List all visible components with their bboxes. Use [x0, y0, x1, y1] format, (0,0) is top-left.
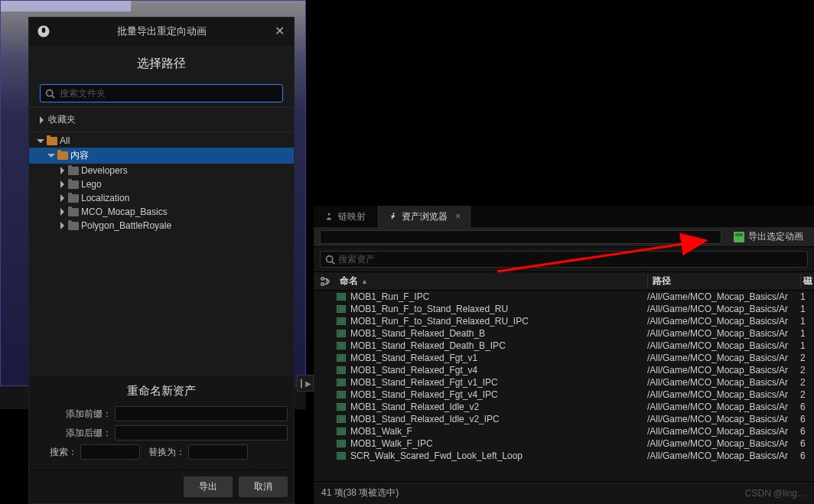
tree-item-lego[interactable]: Lego	[29, 177, 294, 191]
asset-row[interactable]: MOB1_Stand_Relaxed_Death_B_IPC/All/Game/…	[314, 340, 814, 352]
svg-line-5	[332, 261, 334, 263]
asset-ext: 6	[800, 414, 814, 424]
export-selected-button[interactable]: 导出选定动画	[729, 229, 808, 245]
asset-name: MOB1_Run_F_to_Stand_Relaxed_RU	[350, 304, 647, 314]
asset-row[interactable]: MOB1_Walk_F_IPC/All/Game/MCO_Mocap_Basic…	[314, 437, 814, 450]
chevron-right-icon[interactable]	[58, 167, 66, 174]
column-path-header[interactable]: 路径	[647, 275, 800, 288]
animation-icon	[337, 391, 346, 398]
folder-icon	[68, 208, 79, 216]
toolbar-search[interactable]	[320, 230, 721, 244]
asset-row[interactable]: MOB1_Walk_F/All/Game/MCO_Mocap_Basics/Ar…	[314, 425, 814, 437]
asset-row[interactable]: MOB1_Run_F_IPC/All/Game/MCO_Mocap_Basics…	[314, 291, 814, 303]
export-selected-label: 导出选定动画	[748, 230, 803, 243]
export-button[interactable]: 导出	[184, 476, 233, 497]
tab-close-icon[interactable]: ×	[455, 211, 461, 222]
folder-search-box[interactable]	[40, 84, 283, 102]
asset-row[interactable]: MOB1_Stand_Relaxed_Idle_v2/All/Game/MCO_…	[314, 401, 814, 413]
animation-icon	[337, 305, 346, 313]
asset-path: /All/Game/MCO_Mocap_Basics/Ar	[647, 377, 800, 388]
svg-point-4	[327, 255, 333, 262]
asset-path: /All/Game/MCO_Mocap_Basics/Ar	[647, 316, 800, 327]
asset-row[interactable]: MOB1_Stand_Relaxed_Fgt_v4_IPC/All/Game/M…	[314, 389, 814, 401]
asset-ext: 6	[800, 426, 814, 437]
prefix-label: 添加前缀：	[35, 408, 112, 421]
asset-name: MOB1_Stand_Relaxed_Fgt_v4_IPC	[350, 389, 647, 400]
rename-section: 重命名新资产 添加前缀： 添加后缀： 搜索： 替换为：	[29, 376, 294, 470]
asset-name: MOB1_Stand_Relaxed_Fgt_v4	[350, 365, 647, 376]
column-branch[interactable]	[314, 276, 337, 287]
asset-path: /All/Game/MCO_Mocap_Basics/Ar	[647, 328, 800, 339]
tab-chain-mapping[interactable]: 链映射	[314, 206, 377, 227]
right-empty-area	[314, 0, 814, 206]
animation-icon	[337, 415, 346, 423]
chevron-right-icon[interactable]	[58, 222, 66, 229]
watermark: CSDN @ling…	[745, 488, 806, 499]
asset-path: /All/Game/MCO_Mocap_Basics/Ar	[647, 389, 800, 400]
asset-ext: 6	[800, 450, 814, 461]
asset-ext: 2	[800, 365, 814, 376]
folder-icon	[68, 194, 79, 203]
svg-point-6	[321, 277, 324, 280]
expand-icon: ▎▶	[301, 379, 310, 388]
chevron-right-icon[interactable]	[58, 194, 66, 202]
asset-search-box[interactable]	[320, 251, 808, 268]
close-icon[interactable]: ✕	[272, 24, 286, 38]
chevron-right-icon[interactable]	[58, 208, 66, 216]
asset-row[interactable]: MOB1_Run_F_to_Stand_Relaxed_RU_IPC/All/G…	[314, 315, 814, 327]
dialog-titlebar[interactable]: 批量导出重定向动画 ✕	[29, 18, 294, 45]
tree-item-内容[interactable]: 内容	[29, 148, 294, 164]
favorites-row[interactable]: 收藏夹	[29, 107, 294, 132]
cancel-button[interactable]: 取消	[239, 476, 288, 497]
chevron-down-icon[interactable]	[37, 139, 44, 143]
right-panel: 链映射 资产浏览器 × 导出选定动画 命名 ▲	[314, 0, 814, 504]
search-label: 搜索：	[35, 446, 77, 459]
asset-footer: 41 项(38 项被选中) CSDN @ling…	[314, 481, 814, 504]
asset-name: MOB1_Run_F_IPC	[350, 291, 647, 302]
column-ext-header[interactable]: 磁	[800, 275, 814, 288]
chevron-right-icon[interactable]	[58, 180, 66, 188]
viewport-highlight	[1, 1, 131, 11]
asset-row[interactable]: MOB1_Stand_Relaxed_Fgt_v1_IPC/All/Game/M…	[314, 376, 814, 389]
animation-icon	[337, 330, 346, 337]
folder-icon	[57, 151, 68, 160]
search-field-input[interactable]	[80, 444, 140, 460]
tree-item-all[interactable]: All	[29, 134, 294, 148]
tree-item-developers[interactable]: Developers	[29, 164, 294, 177]
tree-item-mco_mocap_basics[interactable]: MCO_Mocap_Basics	[29, 205, 294, 219]
tree-item-localization[interactable]: Localization	[29, 191, 294, 205]
suffix-input[interactable]	[115, 425, 288, 441]
sort-ascending-icon: ▲	[361, 278, 368, 285]
tabs-row: 链映射 资产浏览器 ×	[314, 206, 814, 227]
asset-name: SCR_Walk_Scared_Fwd_Look_Left_Loop	[350, 450, 647, 461]
expand-handle[interactable]: ▎▶	[297, 375, 314, 392]
asset-header: 命名 ▲ 路径 磁	[314, 272, 814, 291]
asset-row[interactable]: MOB1_Run_F_to_Stand_Relaxed_RU/All/Game/…	[314, 303, 814, 315]
asset-row[interactable]: MOB1_Stand_Relaxed_Idle_v2_IPC/All/Game/…	[314, 413, 814, 425]
asset-row[interactable]: SCR_Walk_Scared_Fwd_Look_Left_Loop/All/G…	[314, 450, 814, 462]
animation-icon	[337, 317, 346, 325]
replace-input[interactable]	[188, 444, 248, 460]
animation-icon	[337, 428, 346, 435]
folder-search-input[interactable]	[60, 88, 278, 99]
asset-search-input[interactable]	[338, 254, 803, 265]
asset-ext: 1	[800, 328, 814, 339]
favorites-label: 收藏夹	[48, 113, 76, 126]
tab-asset-browser[interactable]: 资产浏览器 ×	[377, 206, 472, 227]
dialog-buttons: 导出 取消	[29, 470, 294, 503]
tab-browser-label: 资产浏览器	[402, 210, 448, 223]
tree-item-polygon_battleroyale[interactable]: Polygon_BattleRoyale	[29, 219, 294, 232]
asset-name: MOB1_Stand_Relaxed_Death_B	[350, 328, 647, 339]
tree-label: Lego	[81, 179, 102, 190]
asset-row[interactable]: MOB1_Stand_Relaxed_Fgt_v4/All/Game/MCO_M…	[314, 364, 814, 376]
asset-row[interactable]: MOB1_Stand_Relaxed_Death_B/All/Game/MCO_…	[314, 327, 814, 340]
chevron-down-icon[interactable]	[47, 154, 55, 158]
asset-path: /All/Game/MCO_Mocap_Basics/Ar	[647, 438, 800, 449]
prefix-input[interactable]	[115, 406, 288, 421]
animation-icon	[337, 452, 346, 460]
asset-row[interactable]: MOB1_Stand_Relaxed_Fgt_v1/All/Game/MCO_M…	[314, 352, 814, 364]
asset-name: MOB1_Stand_Relaxed_Death_B_IPC	[350, 340, 647, 351]
column-name-header[interactable]: 命名 ▲	[337, 275, 647, 288]
animation-icon	[337, 403, 346, 411]
asset-ext: 1	[800, 304, 814, 314]
